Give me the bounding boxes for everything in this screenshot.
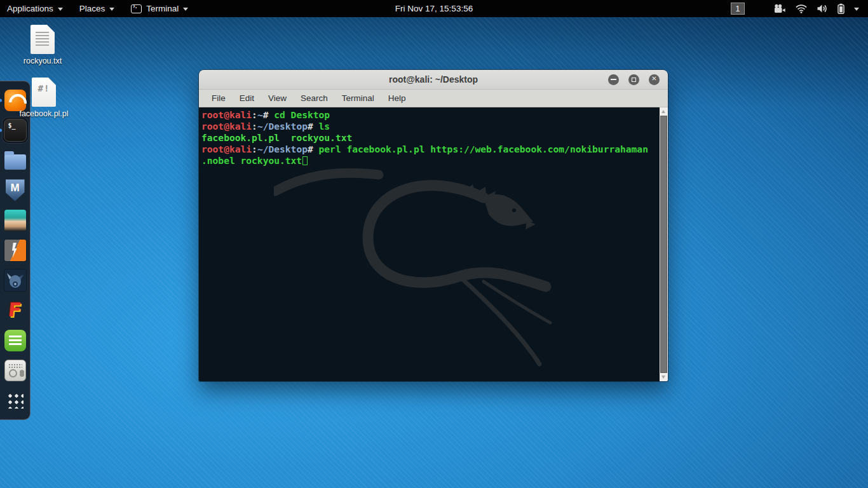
- leafpad-icon: [4, 330, 26, 351]
- volume-icon[interactable]: [817, 4, 828, 13]
- favorites-dock: M F: [0, 81, 31, 420]
- beef-bull-icon: [4, 269, 26, 291]
- desktop-icon-rockyou[interactable]: rockyou.txt: [14, 25, 71, 66]
- window-title: root@kali: ~/Desktop: [389, 74, 478, 85]
- dock-item-faraday[interactable]: F: [3, 297, 28, 323]
- chevron-down-icon: [109, 8, 114, 11]
- dock-item-utility[interactable]: [3, 358, 28, 383]
- minimize-icon: [611, 79, 616, 80]
- scroll-up-icon: [661, 110, 665, 113]
- places-menu-label: Places: [79, 4, 105, 13]
- system-menu-chevron-icon[interactable]: [854, 8, 859, 11]
- terminal-icon: [131, 4, 142, 13]
- desktop-icon-label: facebook.pl.pl: [19, 109, 69, 119]
- faraday-icon: F: [8, 301, 23, 320]
- kali-dragon-watermark: [274, 166, 573, 379]
- applications-menu-label: Applications: [7, 4, 53, 13]
- minimize-button[interactable]: [608, 74, 619, 85]
- panel-menus: Applications Places Terminal: [0, 0, 196, 17]
- terminal-app-icon: [4, 119, 27, 142]
- metasploit-shield-icon: M: [6, 179, 25, 201]
- screen-recorder-icon[interactable]: [773, 4, 786, 14]
- scroll-down-icon: [661, 376, 665, 379]
- burpsuite-icon: [4, 240, 26, 261]
- terminal-menu-view[interactable]: View: [262, 93, 293, 103]
- scrollbar-thumb[interactable]: [660, 116, 667, 373]
- terminal-menu-terminal[interactable]: Terminal: [336, 93, 381, 103]
- clock[interactable]: Fri Nov 17, 15:53:56: [389, 0, 479, 17]
- window-controls: ✕: [608, 70, 660, 89]
- top-panel: Applications Places Terminal Fri Nov 17,…: [0, 0, 868, 17]
- terminal-menu-edit[interactable]: Edit: [233, 93, 261, 103]
- terminal-cursor: [302, 156, 308, 165]
- scrollbar[interactable]: [660, 107, 668, 381]
- shebang-glyph: #!: [32, 83, 56, 93]
- terminal-app-menu[interactable]: Terminal: [123, 0, 196, 17]
- battery-icon[interactable]: [837, 3, 844, 14]
- maximize-button[interactable]: [628, 74, 639, 85]
- utility-app-icon: [4, 360, 26, 381]
- close-button[interactable]: ✕: [649, 74, 660, 85]
- chevron-down-icon: [183, 8, 188, 11]
- terminal-line: root@kali:~/Desktop# perl facebook.pl.pl…: [201, 144, 658, 155]
- terminal-menubar: FileEditViewSearchTerminalHelp: [199, 90, 668, 107]
- text-file-icon: [31, 25, 55, 54]
- dock-item-leafpad[interactable]: [3, 328, 28, 353]
- dock-item-armitage[interactable]: [3, 208, 28, 233]
- system-tray: 1: [731, 0, 868, 17]
- terminal-window: root@kali: ~/Desktop ✕ FileEditViewSearc…: [199, 70, 668, 381]
- terminal-menu-help[interactable]: Help: [382, 93, 412, 103]
- dock-item-terminal[interactable]: [3, 118, 28, 143]
- terminal-line: facebook.pl.pl rockyou.txt: [201, 132, 658, 144]
- terminal-menu-file[interactable]: File: [205, 93, 232, 103]
- places-menu[interactable]: Places: [71, 0, 123, 17]
- window-titlebar[interactable]: root@kali: ~/Desktop ✕: [199, 70, 668, 90]
- maximize-icon: [632, 78, 636, 82]
- wifi-icon[interactable]: [796, 4, 807, 13]
- desktop-icon-label: rockyou.txt: [18, 57, 67, 66]
- kali-desktop: Applications Places Terminal Fri Nov 17,…: [0, 0, 868, 488]
- desktop-icon-facebook-script[interactable]: #! facebook.pl.pl: [15, 78, 72, 119]
- terminal-app-menu-label: Terminal: [146, 4, 179, 13]
- terminal-line: .nobel rockyou.txt: [201, 155, 658, 166]
- chevron-down-icon: [58, 8, 63, 11]
- terminal-output: root@kali:~# cd Desktoproot@kali:~/Deskt…: [201, 109, 658, 166]
- terminal-line: root@kali:~# cd Desktop: [201, 109, 658, 121]
- dock-item-files[interactable]: [3, 147, 28, 173]
- terminal-menu-search[interactable]: Search: [294, 93, 334, 103]
- folder-icon: [4, 154, 26, 170]
- terminal-screen[interactable]: root@kali:~# cd Desktoproot@kali:~/Deskt…: [199, 107, 668, 381]
- dock-item-burpsuite[interactable]: [3, 238, 28, 263]
- page-text-lines: [36, 32, 49, 46]
- show-applications-button[interactable]: [3, 388, 28, 413]
- applications-menu[interactable]: Applications: [0, 0, 71, 17]
- dock-item-metasploit[interactable]: M: [3, 177, 28, 203]
- close-icon: ✕: [649, 75, 660, 82]
- dock-item-beef[interactable]: [3, 268, 28, 293]
- terminal-line: root@kali:~/Desktop# ls: [201, 121, 658, 132]
- workspace-indicator[interactable]: 1: [731, 3, 745, 15]
- apps-grid-icon: [7, 392, 24, 409]
- armitage-icon: [4, 210, 26, 231]
- script-file-icon: #!: [32, 78, 56, 107]
